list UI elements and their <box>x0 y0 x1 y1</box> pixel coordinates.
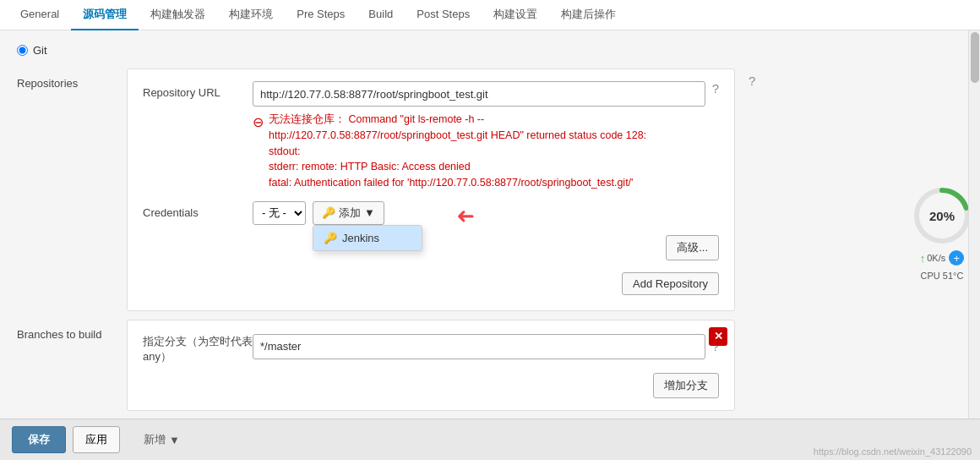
cpu-widget: 20% <box>912 186 972 245</box>
add-credentials-button[interactable]: 🔑 添加 ▼ <box>313 201 384 225</box>
git-radio[interactable] <box>17 45 28 56</box>
branches-label: Branches to build <box>17 320 127 341</box>
branches-content: ✕ 指定分支（为空时代表any） ? 增加分支 <box>127 320 735 411</box>
net-speed-label: 0K/s <box>927 253 945 263</box>
new-label: 新增 <box>144 432 166 447</box>
scrollbar-thumb[interactable] <box>971 32 979 83</box>
key-icon: 🔑 <box>322 206 335 219</box>
branch-input[interactable] <box>253 334 705 359</box>
tabs-bar: General 源码管理 构建触发器 构建环境 Pre Steps Build … <box>0 0 980 30</box>
add-dropdown-arrow: ▼ <box>364 206 375 219</box>
credentials-controls: - 无 - 🔑 添加 ▼ 🔑 <box>253 201 719 225</box>
add-button-label: 添加 <box>339 205 361 221</box>
url-badge: https://blog.csdn.net/weixin_43122090 <box>814 446 972 457</box>
arrow-pointer: ➜ <box>456 203 475 229</box>
repo-url-help-icon[interactable]: ? <box>712 81 719 96</box>
tab-env[interactable]: 构建环境 <box>217 0 285 30</box>
cpu-temp-label: CPU 51°C <box>921 271 964 281</box>
new-dropdown-arrow: ▼ <box>169 434 180 446</box>
tab-triggers[interactable]: 构建触发器 <box>139 0 217 30</box>
credentials-label: Credentials <box>143 201 253 219</box>
remove-branch-button[interactable]: ✕ <box>709 327 727 346</box>
repositories-section: Repositories Repository URL ⊖ 无法连接仓库： Co… <box>17 68 963 311</box>
net-info: ↑ 0K/s + <box>920 250 965 266</box>
add-branch-wrapper: 增加分支 <box>143 373 719 398</box>
apply-button[interactable]: 应用 <box>73 426 120 453</box>
branches-section: Branches to build ✕ 指定分支（为空时代表any） ? 增加分… <box>17 320 963 411</box>
add-branch-button[interactable]: 增加分支 <box>653 373 719 398</box>
tab-build[interactable]: Build <box>357 1 405 29</box>
add-dropdown-menu: 🔑 Jenkins <box>313 225 422 251</box>
repositories-label: Repositories <box>17 68 127 90</box>
jenkins-dropdown-item[interactable]: 🔑 Jenkins <box>313 226 422 250</box>
save-button[interactable]: 保存 <box>12 426 66 453</box>
credentials-select[interactable]: - 无 - <box>253 201 306 225</box>
error-block: ⊖ 无法连接仓库： Command "git ls-remote -h -- h… <box>253 112 705 191</box>
repo-url-field: ⊖ 无法连接仓库： Command "git ls-remote -h -- h… <box>253 81 705 191</box>
tab-presteps[interactable]: Pre Steps <box>285 1 357 29</box>
right-widget: 20% ↑ 0K/s + CPU 51°C <box>912 186 972 281</box>
git-radio-row: Git <box>17 44 963 57</box>
action-buttons: 高级... Add Repository <box>143 235 719 295</box>
git-label: Git <box>33 44 47 57</box>
branch-field-label: 指定分支（为空时代表any） <box>143 329 253 364</box>
jenkins-item-label: Jenkins <box>342 232 379 244</box>
tab-settings[interactable]: 构建设置 <box>482 0 549 30</box>
tab-general[interactable]: General <box>8 1 71 29</box>
tab-source[interactable]: 源码管理 <box>71 0 139 30</box>
scrollbar[interactable] <box>968 30 980 419</box>
credentials-row: Credentials - 无 - 🔑 添加 ▼ <box>143 201 719 225</box>
new-button-wrapper: 新增 ▼ <box>144 432 180 447</box>
repo-url-input[interactable] <box>253 81 705 107</box>
repo-url-label: Repository URL <box>143 81 253 99</box>
plus-button[interactable]: + <box>949 250 964 266</box>
credentials-field: - 无 - 🔑 添加 ▼ 🔑 <box>253 201 719 225</box>
repositories-block: Repository URL ⊖ 无法连接仓库： Command "git ls… <box>127 68 735 311</box>
jenkins-icon: 🔑 <box>324 232 337 244</box>
main-content: Git Repositories Repository URL ⊖ 无法连接仓库… <box>0 30 980 460</box>
tab-poststeps[interactable]: Post Steps <box>405 1 482 29</box>
repositories-help-icon[interactable]: ? <box>749 74 755 88</box>
error-text: 无法连接仓库： Command "git ls-remote -h -- htt… <box>269 112 646 191</box>
branch-row: 指定分支（为空时代表any） ? <box>143 329 719 364</box>
advanced-button[interactable]: 高级... <box>666 235 719 260</box>
add-button-wrapper: 🔑 添加 ▼ 🔑 Jenkins <box>313 201 384 225</box>
error-icon: ⊖ <box>253 112 264 133</box>
add-repository-button[interactable]: Add Repository <box>622 272 719 295</box>
cpu-percent-label: 20% <box>929 209 955 223</box>
tab-postbuild[interactable]: 构建后操作 <box>549 0 628 30</box>
repo-url-row: Repository URL ⊖ 无法连接仓库： Command "git ls… <box>143 81 719 191</box>
branch-field <box>253 334 705 359</box>
branches-block: ✕ 指定分支（为空时代表any） ? 增加分支 <box>127 320 735 411</box>
